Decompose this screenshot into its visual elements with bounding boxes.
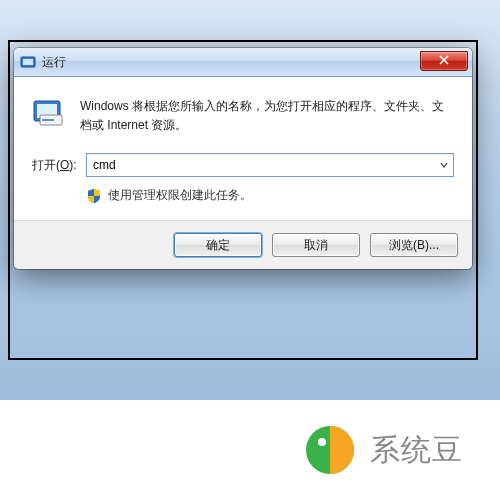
description-text: Windows 将根据您所输入的名称，为您打开相应的程序、文件夹、文档或 Int… xyxy=(80,95,454,135)
close-button[interactable] xyxy=(420,51,468,71)
titlebar[interactable]: 运行 xyxy=(14,48,472,77)
ok-button[interactable]: 确定 xyxy=(174,233,262,257)
cancel-button[interactable]: 取消 xyxy=(272,233,360,257)
watermark-logo-icon xyxy=(300,420,360,480)
browse-button[interactable]: 浏览(B)... xyxy=(370,233,458,257)
run-icon xyxy=(32,95,66,129)
open-combobox[interactable] xyxy=(86,153,454,177)
window-title: 运行 xyxy=(42,54,420,71)
button-bar: 确定 取消 浏览(B)... xyxy=(14,220,472,269)
watermark-text: 系统豆 xyxy=(370,430,463,471)
watermark-bar: 系统豆 xyxy=(0,400,500,500)
dialog-body: Windows 将根据您所输入的名称，为您打开相应的程序、文件夹、文档或 Int… xyxy=(14,77,472,220)
run-sysicon xyxy=(20,54,36,70)
shield-icon xyxy=(86,188,102,204)
chevron-down-icon xyxy=(440,158,448,172)
run-dialog: 运行 Windows 将根据您所输入的名称，为您打开相应的程序、文件夹、文档或 … xyxy=(14,48,472,269)
svg-point-6 xyxy=(318,438,326,446)
close-icon xyxy=(439,54,449,68)
open-input[interactable] xyxy=(87,158,435,172)
dropdown-button[interactable] xyxy=(435,154,453,176)
open-label: 打开(O): xyxy=(32,157,86,174)
svg-rect-1 xyxy=(23,59,33,65)
admin-note: 使用管理权限创建此任务。 xyxy=(108,187,252,204)
